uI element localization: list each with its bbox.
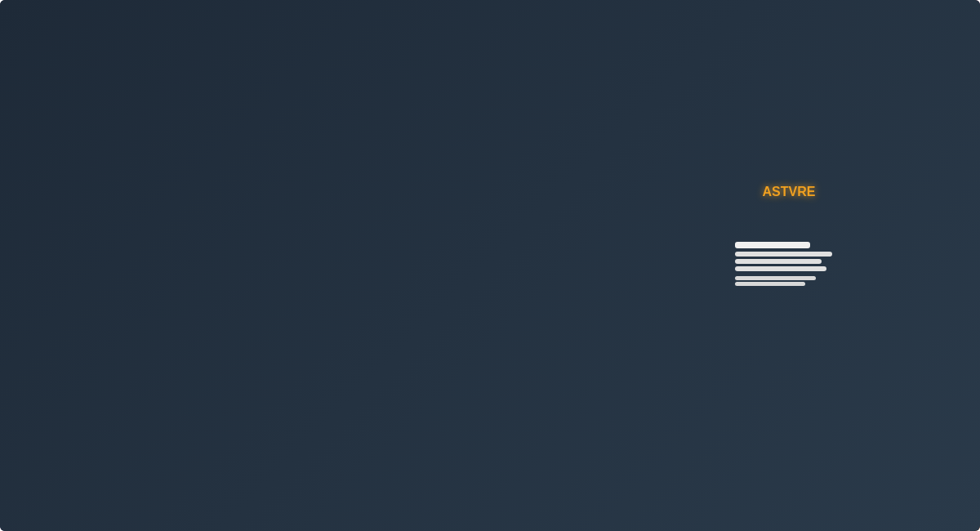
media-section: ASTRO ASTRO xyxy=(281,72,954,317)
thumbnail-3[interactable] xyxy=(728,235,849,312)
main-content: 🛍️ AstroMall: Virtual Stores Pricing Fre… xyxy=(0,52,980,531)
thumbnail-list: ASTRO ASTVRE xyxy=(728,72,849,317)
app-content: ASTRO ASTRO xyxy=(281,72,954,511)
thumb3-content xyxy=(728,235,849,312)
thumb2-label: ASTVRE xyxy=(763,185,816,199)
